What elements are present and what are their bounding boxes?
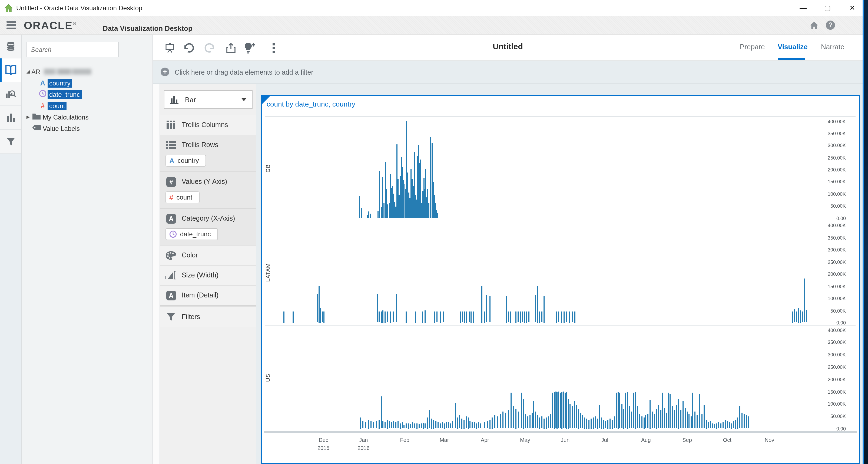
bar[interactable]	[393, 421, 394, 429]
bar[interactable]	[525, 414, 526, 429]
bar[interactable]	[568, 399, 569, 429]
bar[interactable]	[383, 421, 384, 429]
bar[interactable]	[505, 413, 506, 429]
bar[interactable]	[380, 396, 381, 429]
bar[interactable]	[664, 407, 665, 429]
bar[interactable]	[539, 417, 540, 429]
grammar-section-category-x-axis-[interactable]: ACategory (X-Axis)date_trunc	[160, 209, 256, 246]
bar[interactable]	[370, 421, 372, 429]
bar[interactable]	[470, 421, 471, 429]
bar[interactable]	[529, 415, 530, 429]
rail-item-visualizations[interactable]	[0, 106, 21, 130]
bar[interactable]	[365, 422, 366, 429]
bar[interactable]	[533, 402, 534, 429]
bar[interactable]	[363, 421, 364, 429]
bar[interactable]	[616, 393, 617, 429]
bar[interactable]	[591, 419, 592, 429]
bar[interactable]	[527, 416, 528, 429]
pill-country[interactable]: Acountry	[165, 155, 206, 166]
bar[interactable]	[670, 394, 671, 429]
bar[interactable]	[726, 421, 728, 429]
close-button[interactable]: ✕	[844, 3, 861, 13]
bar[interactable]	[560, 393, 561, 429]
bar[interactable]	[563, 392, 564, 429]
bar[interactable]	[402, 422, 403, 429]
bar[interactable]	[565, 393, 566, 429]
bar[interactable]	[418, 424, 420, 429]
bar[interactable]	[502, 411, 503, 429]
bar[interactable]	[410, 424, 411, 429]
bar-chart-visualization[interactable]: count by date_trunc, country GB400.00K35…	[261, 95, 860, 464]
bar[interactable]	[586, 419, 587, 429]
grammar-section-size-width-[interactable]: ISize (Width)	[160, 266, 256, 285]
bar[interactable]	[408, 423, 409, 429]
bar[interactable]	[748, 416, 749, 429]
bar[interactable]	[680, 410, 681, 429]
bar[interactable]	[731, 423, 732, 429]
bar[interactable]	[699, 394, 700, 429]
bar[interactable]	[516, 409, 517, 429]
bar[interactable]	[421, 424, 422, 429]
bar[interactable]	[625, 393, 626, 429]
bar[interactable]	[497, 416, 498, 429]
bar[interactable]	[722, 422, 723, 429]
bar[interactable]	[619, 393, 620, 429]
bar[interactable]	[507, 410, 508, 429]
bar[interactable]	[523, 399, 524, 429]
bar[interactable]	[694, 411, 695, 429]
bar[interactable]	[566, 392, 567, 429]
pill-date_trunc[interactable]: date_trunc	[165, 228, 218, 240]
bar[interactable]	[641, 416, 642, 429]
bar[interactable]	[552, 393, 553, 429]
bar[interactable]	[440, 424, 441, 429]
bar[interactable]	[629, 406, 630, 429]
bar[interactable]	[639, 414, 640, 429]
bar[interactable]	[617, 392, 618, 429]
bar[interactable]	[395, 422, 396, 429]
bar[interactable]	[737, 417, 738, 429]
bar[interactable]	[404, 425, 405, 429]
bar[interactable]	[658, 405, 659, 429]
field-count[interactable]: #count	[38, 100, 149, 112]
pill-count[interactable]: #count	[165, 191, 199, 203]
bar[interactable]	[414, 424, 415, 429]
bar[interactable]	[500, 414, 501, 429]
bar[interactable]	[631, 411, 632, 429]
rail-item-data-sources[interactable]	[0, 35, 21, 58]
bar[interactable]	[457, 417, 458, 429]
bar[interactable]	[741, 413, 743, 429]
rail-item-filters[interactable]	[0, 130, 21, 154]
bar[interactable]	[391, 422, 392, 429]
bar[interactable]	[706, 420, 707, 429]
bar[interactable]	[376, 421, 377, 429]
bar[interactable]	[546, 417, 547, 429]
bar[interactable]	[696, 415, 698, 429]
bar[interactable]	[668, 393, 669, 429]
bar[interactable]	[472, 422, 473, 429]
bar[interactable]	[652, 411, 653, 429]
rail-item-explore[interactable]	[0, 82, 21, 106]
bar[interactable]	[674, 410, 675, 429]
bar[interactable]	[660, 410, 661, 429]
bar[interactable]	[518, 411, 519, 429]
bar[interactable]	[676, 405, 677, 429]
bar[interactable]	[682, 402, 683, 429]
bar[interactable]	[455, 403, 456, 429]
bar[interactable]	[687, 411, 688, 429]
bar[interactable]	[582, 415, 583, 429]
bar[interactable]	[643, 417, 644, 429]
bar[interactable]	[537, 415, 538, 429]
bar[interactable]	[672, 406, 673, 429]
bar[interactable]	[666, 413, 667, 429]
bar[interactable]	[716, 423, 717, 429]
minimize-button[interactable]: —	[795, 3, 811, 13]
bar[interactable]	[584, 417, 585, 429]
bar[interactable]	[412, 422, 413, 429]
bar[interactable]	[627, 392, 628, 429]
bar[interactable]	[437, 422, 439, 429]
bar[interactable]	[623, 409, 624, 429]
bar[interactable]	[710, 421, 711, 429]
bar[interactable]	[461, 419, 462, 429]
bar[interactable]	[605, 421, 606, 429]
tab-narrate[interactable]: Narrate	[821, 43, 844, 51]
